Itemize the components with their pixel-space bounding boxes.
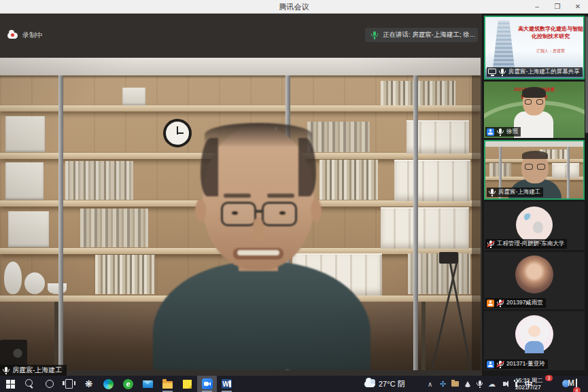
avatar <box>516 207 553 243</box>
file-boxes <box>394 160 470 201</box>
mail-icon <box>143 380 153 388</box>
start-button[interactable] <box>0 376 20 392</box>
mic-icon <box>498 68 506 76</box>
m-app-icon: M <box>568 378 574 389</box>
tray-app-button[interactable]: ✣ <box>438 378 447 389</box>
word-icon: W <box>222 379 232 389</box>
tile-participant-xuzhao[interactable]: 2021年土…系列讲座 暨第…期学校 徐照 <box>484 82 585 138</box>
mini-person-hair <box>522 151 548 159</box>
task-view-icon <box>65 379 73 389</box>
mini-pole <box>567 147 570 198</box>
tile-label: 房霆宸-上海建工 <box>498 188 540 196</box>
task-view-button[interactable] <box>59 376 79 392</box>
recording-label: 录制中 <box>22 31 43 40</box>
tencent-meeting-button[interactable] <box>197 376 217 392</box>
notification-badge: 4 <box>573 387 581 392</box>
recording-indicator[interactable]: 录制中 <box>7 31 43 40</box>
person-ear <box>311 199 322 222</box>
muted-mic-icon <box>496 360 504 368</box>
tray-m-app-button[interactable]: M <box>562 378 574 389</box>
speaker-name-tag: 房霆宸-上海建工 <box>0 365 67 376</box>
shelf-board <box>0 105 481 111</box>
vase <box>24 272 45 294</box>
mail-button[interactable] <box>138 376 158 392</box>
file-explorer-button[interactable] <box>158 376 177 392</box>
green-browser-button[interactable]: e <box>118 376 138 392</box>
tile-screen-share[interactable]: 高大建筑数字化建造与智能化控制技术研究 汇报人：房霆宸 房霆宸-上海建工的屏幕共… <box>484 16 585 79</box>
tile-participant-shang[interactable]: 工程管理-尚妍妍-东南大学 <box>484 202 585 250</box>
cloud-icon: ☁ <box>488 380 496 388</box>
meeting-stage: 录制中 正在讲话: 房霆宸-上海建工; 徐... <box>0 14 588 376</box>
participant-badge-icon <box>487 128 494 136</box>
slide-title: 高大建筑数字化建造与智能化控制技术研究 <box>517 25 584 40</box>
shelf-pole <box>413 75 418 370</box>
green-browser-icon: e <box>123 379 133 389</box>
sidebar-scrollbar[interactable] <box>585 16 588 133</box>
window-title: 腾讯会议 <box>0 0 588 14</box>
sticky-notes-button[interactable] <box>177 376 197 392</box>
flower-icon: ✣ <box>440 380 446 388</box>
tile-label-bar: 房霆宸-上海建工的屏幕共享 <box>487 67 583 77</box>
person-ear <box>195 199 206 222</box>
minimize-button[interactable]: – <box>527 0 547 14</box>
tray-cloud-button[interactable]: ☁ <box>487 378 496 389</box>
restore-button[interactable]: ❐ <box>547 0 568 14</box>
weather-cloud-icon <box>364 381 375 387</box>
tripod-camera <box>439 252 458 264</box>
bowl <box>48 283 67 294</box>
person-eyebrow <box>267 194 294 198</box>
person-hair <box>201 138 218 196</box>
tile-label: 201371-董亚玲 <box>506 360 545 368</box>
tile-label-bar: 房霆宸-上海建工 <box>487 188 543 197</box>
tile-participant-fang[interactable]: 房霆宸-上海建工 <box>484 140 585 200</box>
speaking-indicator: 正在讲话: 房霆宸-上海建工; 徐... <box>365 28 478 42</box>
participant-badge-icon <box>487 361 494 368</box>
ceiling <box>0 58 481 75</box>
tile-participant-dong[interactable]: 201371-董亚玲 <box>484 311 585 370</box>
edge-icon <box>103 379 114 389</box>
clock-time: 15:32 周二 <box>515 377 547 384</box>
tencent-meeting-icon <box>202 378 213 389</box>
weather-widget[interactable]: 27°C 阴 <box>364 376 405 392</box>
edge-button[interactable] <box>99 376 118 392</box>
cortana-button[interactable] <box>39 376 59 392</box>
muted-mic-icon <box>496 299 504 307</box>
wifi-icon <box>464 381 471 387</box>
person-eye <box>279 211 286 215</box>
tray-overflow-button[interactable]: ∧ <box>428 376 432 392</box>
books <box>65 161 133 200</box>
slide-building-image <box>492 20 515 75</box>
pinwheel-app-button[interactable]: ❋ <box>79 376 99 392</box>
sticky-notes-icon <box>183 380 192 389</box>
ceiling-shadow <box>0 75 481 79</box>
participant-glasses <box>525 99 543 105</box>
books <box>95 255 155 294</box>
pinwheel-app-icon: ❋ <box>85 379 93 389</box>
tray-volume-button[interactable] <box>500 378 508 389</box>
close-button[interactable]: ✕ <box>568 0 588 14</box>
glasses-bridge <box>254 210 264 213</box>
main-video-area: 录制中 正在讲话: 房霆宸-上海建工; 徐... <box>0 14 482 376</box>
glasses-lens <box>221 202 256 226</box>
word-button[interactable]: W <box>217 376 237 392</box>
speaking-label: 正在讲话: 房霆宸-上海建工; 徐... <box>383 31 475 39</box>
shelf-pole <box>58 75 63 370</box>
avatar-clothing <box>525 341 544 353</box>
taskbar-clock[interactable]: 15:32 周二 2021/7/27 <box>515 377 547 391</box>
small-box <box>122 88 145 105</box>
books <box>381 81 455 105</box>
tile-participant-zang[interactable]: 201397臧雨萱 <box>484 252 585 309</box>
person-hair <box>205 123 312 146</box>
mic-icon <box>496 128 504 136</box>
file-boxes <box>381 207 469 249</box>
action-center-button[interactable]: 4 <box>576 379 577 391</box>
main-video[interactable] <box>0 58 481 370</box>
tray-folder-button[interactable] <box>451 378 460 389</box>
taskbar-app-icons: ❋ e W <box>0 376 237 392</box>
tray-network-button[interactable] <box>463 378 472 389</box>
tray-mic-button[interactable] <box>475 378 484 389</box>
search-button[interactable] <box>20 376 39 392</box>
mic-icon <box>476 380 484 388</box>
books <box>80 209 148 247</box>
mini-boxes <box>552 163 579 178</box>
